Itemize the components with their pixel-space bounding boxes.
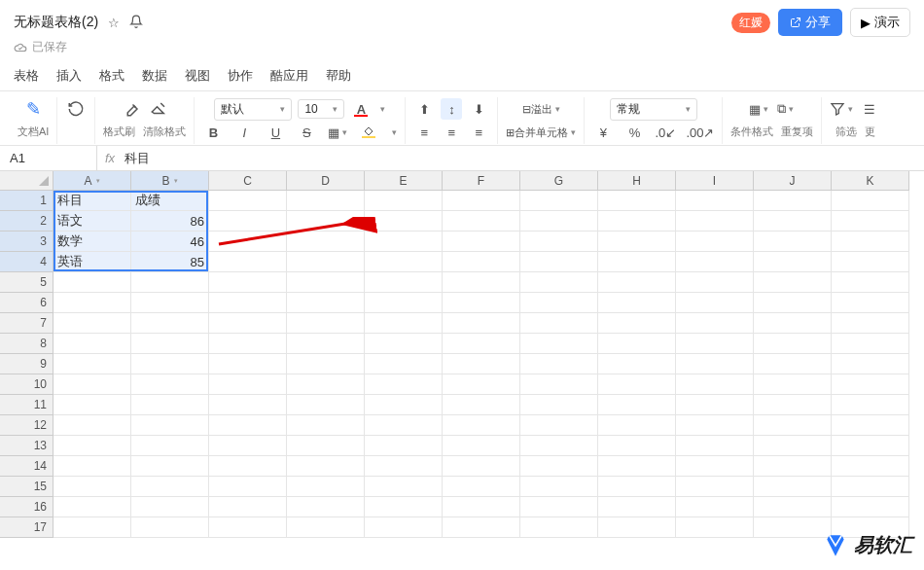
cell-I7[interactable] bbox=[676, 313, 754, 334]
cell-I13[interactable] bbox=[676, 436, 754, 456]
row-header-13[interactable]: 13 bbox=[0, 436, 53, 456]
cell-A2[interactable]: 语文 bbox=[53, 211, 131, 232]
col-header-I[interactable]: I bbox=[676, 171, 754, 191]
cell-E12[interactable] bbox=[365, 415, 443, 436]
cell-D14[interactable] bbox=[287, 456, 365, 477]
row-header-11[interactable]: 11 bbox=[0, 395, 53, 415]
cell-A17[interactable] bbox=[53, 517, 131, 538]
row-header-2[interactable]: 2 bbox=[0, 211, 53, 232]
cell-C4[interactable] bbox=[209, 252, 287, 272]
cell-D13[interactable] bbox=[287, 436, 365, 456]
cell-E5[interactable] bbox=[365, 272, 443, 293]
cell-D15[interactable] bbox=[287, 477, 365, 497]
menu-format[interactable]: 格式 bbox=[99, 67, 124, 85]
cell-A8[interactable] bbox=[53, 334, 131, 354]
cell-K1[interactable] bbox=[832, 191, 909, 211]
row-header-17[interactable]: 17 bbox=[0, 517, 53, 538]
row-header-7[interactable]: 7 bbox=[0, 313, 53, 334]
cell-A4[interactable]: 英语 bbox=[53, 252, 131, 272]
cell-B3[interactable]: 46 bbox=[131, 232, 209, 252]
col-header-C[interactable]: C bbox=[209, 171, 287, 191]
decimal-inc-button[interactable]: .00↗ bbox=[686, 122, 714, 143]
chevron-down-icon[interactable]: ▾ bbox=[380, 104, 385, 114]
cell-H1[interactable] bbox=[598, 191, 676, 211]
cell-A14[interactable] bbox=[53, 456, 131, 477]
cell-H10[interactable] bbox=[598, 374, 676, 395]
fx-icon[interactable]: fx bbox=[105, 151, 115, 165]
cell-I11[interactable] bbox=[676, 395, 754, 415]
chevron-down-icon[interactable]: ▾ bbox=[392, 127, 397, 137]
row-header-5[interactable]: 5 bbox=[0, 272, 53, 293]
cell-C17[interactable] bbox=[209, 517, 287, 538]
font-select[interactable]: 默认▾ bbox=[214, 98, 292, 121]
brush-button[interactable] bbox=[121, 98, 142, 120]
cell-K15[interactable] bbox=[832, 477, 909, 497]
cell-J3[interactable] bbox=[754, 232, 832, 252]
cell-E10[interactable] bbox=[365, 374, 443, 395]
doc-ai-icon[interactable]: ✎ bbox=[22, 98, 44, 120]
cell-G12[interactable] bbox=[520, 415, 598, 436]
cell-B13[interactable] bbox=[131, 436, 209, 456]
cell-H12[interactable] bbox=[598, 415, 676, 436]
cell-H6[interactable] bbox=[598, 293, 676, 313]
cell-E2[interactable] bbox=[365, 211, 443, 232]
cell-K14[interactable] bbox=[832, 456, 909, 477]
cell-G16[interactable] bbox=[520, 497, 598, 517]
cell-I8[interactable] bbox=[676, 334, 754, 354]
cell-C6[interactable] bbox=[209, 293, 287, 313]
decimal-dec-button[interactable]: .0↙ bbox=[655, 122, 676, 143]
cell-J13[interactable] bbox=[754, 436, 832, 456]
present-button[interactable]: ▶ 演示 bbox=[850, 8, 910, 37]
more-button[interactable]: ☰ bbox=[859, 98, 880, 120]
cell-E7[interactable] bbox=[365, 313, 443, 334]
cell-F13[interactable] bbox=[443, 436, 520, 456]
cell-A3[interactable]: 数学 bbox=[53, 232, 131, 252]
cell-D17[interactable] bbox=[287, 517, 365, 538]
cell-J11[interactable] bbox=[754, 395, 832, 415]
cell-J6[interactable] bbox=[754, 293, 832, 313]
col-header-D[interactable]: D bbox=[287, 171, 365, 191]
cell-C2[interactable] bbox=[209, 211, 287, 232]
cell-F14[interactable] bbox=[443, 456, 520, 477]
cell-B17[interactable] bbox=[131, 517, 209, 538]
cell-H14[interactable] bbox=[598, 456, 676, 477]
cell-A12[interactable] bbox=[53, 415, 131, 436]
cell-J17[interactable] bbox=[754, 517, 832, 538]
cell-D4[interactable] bbox=[287, 252, 365, 272]
cell-F11[interactable] bbox=[443, 395, 520, 415]
cell-G6[interactable] bbox=[520, 293, 598, 313]
cell-K6[interactable] bbox=[832, 293, 909, 313]
col-header-G[interactable]: G bbox=[520, 171, 598, 191]
cell-F9[interactable] bbox=[443, 354, 520, 374]
cell-B14[interactable] bbox=[131, 456, 209, 477]
cell-J5[interactable] bbox=[754, 272, 832, 293]
row-header-6[interactable]: 6 bbox=[0, 293, 53, 313]
cond-format-button[interactable]: ▦▾ bbox=[748, 98, 769, 120]
cell-H13[interactable] bbox=[598, 436, 676, 456]
cell-I5[interactable] bbox=[676, 272, 754, 293]
repeat-button[interactable]: ⧉▾ bbox=[775, 98, 797, 120]
cell-E14[interactable] bbox=[365, 456, 443, 477]
share-button[interactable]: 分享 bbox=[778, 9, 842, 36]
undo-button[interactable] bbox=[65, 98, 87, 120]
cell-D6[interactable] bbox=[287, 293, 365, 313]
cell-E11[interactable] bbox=[365, 395, 443, 415]
cell-G8[interactable] bbox=[520, 334, 598, 354]
menu-help[interactable]: 帮助 bbox=[326, 67, 351, 85]
menu-insert[interactable]: 插入 bbox=[56, 67, 82, 85]
cell-I16[interactable] bbox=[676, 497, 754, 517]
cell-B5[interactable] bbox=[131, 272, 209, 293]
overflow-button[interactable]: ⊟ 溢出▾ bbox=[522, 98, 560, 120]
row-header-4[interactable]: 4 bbox=[0, 252, 53, 272]
cell-H11[interactable] bbox=[598, 395, 676, 415]
cell-F12[interactable] bbox=[443, 415, 520, 436]
cell-D7[interactable] bbox=[287, 313, 365, 334]
cell-A15[interactable] bbox=[53, 477, 131, 497]
cell-G3[interactable] bbox=[520, 232, 598, 252]
cell-I12[interactable] bbox=[676, 415, 754, 436]
cell-J2[interactable] bbox=[754, 211, 832, 232]
cell-D5[interactable] bbox=[287, 272, 365, 293]
cell-J4[interactable] bbox=[754, 252, 832, 272]
cell-J8[interactable] bbox=[754, 334, 832, 354]
cell-B10[interactable] bbox=[131, 374, 209, 395]
